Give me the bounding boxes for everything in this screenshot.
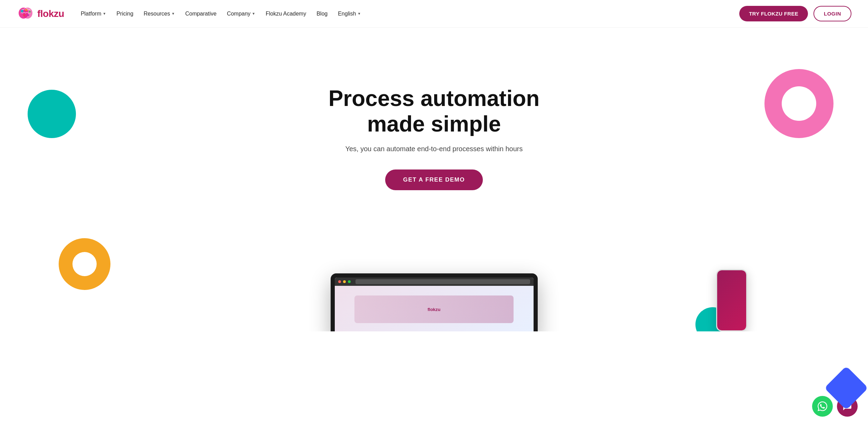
nav-item-company[interactable]: Company ▼ (223, 8, 259, 20)
svg-point-4 (29, 11, 31, 13)
chevron-down-icon: ▼ (252, 12, 255, 16)
hero-title: Process automation made simple (313, 86, 555, 137)
chevron-down-icon: ▼ (103, 12, 106, 16)
decorative-orange-circle (59, 238, 110, 290)
laptop-screen-text: flokzu (428, 307, 441, 312)
nav-item-comparative[interactable]: Comparative (181, 8, 221, 20)
decorative-pink-circle-inner (782, 86, 816, 121)
try-flokzu-button[interactable]: TRY FLOKZU FREE (739, 6, 808, 21)
nav-item-platform[interactable]: Platform ▼ (77, 8, 110, 20)
svg-point-6 (28, 14, 29, 16)
svg-point-1 (23, 8, 32, 19)
phone-mockup (716, 269, 747, 331)
nav-menu: Platform ▼ Pricing Resources ▼ Comparati… (77, 8, 365, 20)
chevron-down-icon: ▼ (172, 12, 175, 16)
nav-item-language[interactable]: English ▼ (334, 8, 365, 20)
navbar-right: TRY FLOKZU FREE LOGIN (739, 6, 851, 21)
svg-point-2 (21, 10, 23, 12)
hero-subtitle: Yes, you can automate end-to-end process… (345, 145, 523, 153)
svg-point-5 (23, 14, 25, 16)
decorative-pink-circle (764, 69, 833, 138)
navbar: flokzu Platform ▼ Pricing Resources ▼ Co… (0, 0, 868, 28)
nav-item-academy[interactable]: Flokzu Academy (262, 8, 310, 20)
phone-screen (717, 270, 746, 330)
laptop-screen: flokzu (335, 278, 534, 331)
logo-text: flokzu (37, 8, 64, 19)
nav-item-blog[interactable]: Blog (312, 8, 332, 20)
nav-item-resources[interactable]: Resources ▼ (139, 8, 179, 20)
logo[interactable]: flokzu (17, 5, 64, 23)
chevron-down-icon: ▼ (358, 12, 361, 16)
logo-icon (17, 5, 35, 23)
laptop-frame: flokzu (331, 273, 538, 331)
svg-point-3 (25, 9, 27, 11)
login-button[interactable]: LOGIN (813, 6, 851, 21)
bottom-section: flokzu (0, 228, 868, 331)
laptop-mockup: flokzu (331, 273, 538, 331)
decorative-orange-circle-inner (72, 252, 97, 276)
nav-item-pricing[interactable]: Pricing (112, 8, 137, 20)
hero-section: Process automation made simple Yes, you … (0, 28, 868, 228)
decorative-teal-circle (28, 90, 76, 138)
navbar-left: flokzu Platform ▼ Pricing Resources ▼ Co… (17, 5, 365, 23)
get-demo-button[interactable]: GET A FREE DEMO (385, 169, 483, 190)
